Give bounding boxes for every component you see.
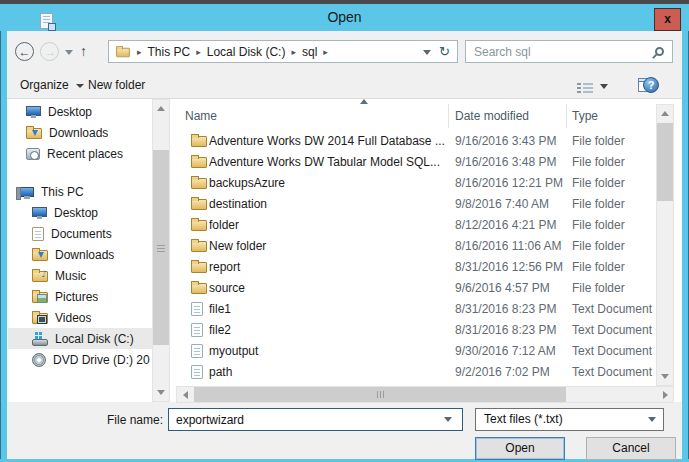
- file-row[interactable]: report 8/31/2016 12:56 PM File folder: [176, 256, 654, 277]
- documents-icon: [32, 227, 44, 241]
- views-dropdown-icon[interactable]: [600, 84, 608, 89]
- file-type-select[interactable]: Text files (*.txt): [475, 408, 664, 431]
- downloads-icon: [26, 128, 42, 139]
- breadcrumb-this-pc[interactable]: This PC: [148, 45, 191, 59]
- file-date-modified: 9/30/2016 7:12 AM: [451, 344, 568, 358]
- sidebar-item-label: Desktop: [54, 206, 98, 220]
- music-icon: [32, 271, 48, 282]
- file-row[interactable]: New folder 8/16/2016 11:06 AM File folde…: [176, 235, 654, 256]
- file-type: Text Document: [568, 302, 654, 316]
- this-pc-group: Desktop Documents Downloads Music Pictur…: [8, 202, 152, 370]
- sidebar-item[interactable]: Music: [8, 265, 152, 286]
- file-date-modified: 8/12/2016 4:21 PM: [451, 218, 568, 232]
- sidebar-item[interactable]: Downloads: [8, 244, 152, 265]
- file-row[interactable]: backupsAzure 8/16/2016 12:21 PM File fol…: [176, 172, 654, 193]
- file-list-horizontal-scrollbar[interactable]: [176, 386, 674, 403]
- organize-menu[interactable]: Organize: [20, 78, 84, 92]
- sidebar-item[interactable]: Documents: [8, 223, 152, 244]
- file-name: New folder: [209, 239, 451, 253]
- file-row[interactable]: path 9/2/2016 7:02 PM Text Document: [176, 361, 654, 382]
- export-wizard-icon: [40, 13, 53, 29]
- triangle-up-icon: [661, 111, 669, 116]
- file-type: File folder: [568, 260, 654, 274]
- recent-icon: [26, 148, 40, 160]
- folder-icon: [191, 262, 207, 273]
- pictures-icon: [32, 292, 48, 303]
- sidebar-item-this-pc[interactable]: This PC: [8, 181, 152, 202]
- sidebar-item[interactable]: DVD Drive (D:) 20: [8, 349, 152, 370]
- sidebar-item[interactable]: Videos: [8, 307, 152, 328]
- open-button[interactable]: Open: [475, 437, 565, 460]
- file-row[interactable]: destination 9/8/2016 7:40 AM File folder: [176, 193, 654, 214]
- file-row[interactable]: file2 8/31/2016 8:23 PM Text Document: [176, 319, 654, 340]
- desktop-icon: [26, 106, 41, 116]
- file-type: File folder: [568, 281, 654, 295]
- sidebar-item[interactable]: Recent places: [8, 143, 152, 164]
- chevron-down-icon: [76, 84, 84, 88]
- text-icon: [191, 302, 203, 316]
- scrollbar-thumb[interactable]: [153, 150, 169, 345]
- sidebar-item[interactable]: Pictures: [8, 286, 152, 307]
- breadcrumb-sql[interactable]: sql: [302, 45, 317, 59]
- forward-button[interactable]: ←: [40, 42, 59, 61]
- folder-icon: [191, 136, 207, 147]
- scroll-up-button[interactable]: [657, 105, 673, 122]
- search-input[interactable]: [474, 45, 655, 59]
- folder-icon: [191, 241, 207, 252]
- desktop-icon: [32, 207, 47, 217]
- cancel-button[interactable]: Cancel: [586, 437, 676, 460]
- breadcrumb-arrow-icon: ▸: [291, 47, 296, 57]
- file-name-input[interactable]: [168, 408, 463, 431]
- address-dropdown-icon[interactable]: [423, 50, 431, 55]
- file-date-modified: 9/6/2016 4:57 PM: [451, 281, 568, 295]
- sidebar-scrollbar[interactable]: [152, 99, 170, 402]
- refresh-icon[interactable]: ↻: [439, 44, 450, 59]
- file-row[interactable]: Adventure Works DW Tabular Model SQL... …: [176, 151, 654, 172]
- file-row[interactable]: source 9/6/2016 4:57 PM File folder: [176, 277, 654, 298]
- file-type: Text Document: [568, 344, 654, 358]
- close-button[interactable]: x: [654, 8, 681, 31]
- file-list-vertical-scrollbar[interactable]: [656, 104, 674, 386]
- breadcrumb-arrow-icon: ▸: [137, 47, 142, 57]
- scroll-left-button[interactable]: [177, 387, 193, 402]
- scroll-up-button[interactable]: [153, 100, 169, 117]
- column-header-name[interactable]: Name: [176, 104, 448, 128]
- title-bar[interactable]: Open x: [0, 4, 689, 31]
- scroll-right-button[interactable]: [657, 387, 673, 402]
- column-header-type[interactable]: Type: [572, 104, 652, 128]
- file-name-dropdown-icon[interactable]: [444, 417, 452, 422]
- search-box[interactable]: [465, 40, 673, 63]
- file-row[interactable]: file1 8/31/2016 8:23 PM Text Document: [176, 298, 654, 319]
- file-row[interactable]: myoutput 9/30/2016 7:12 AM Text Document: [176, 340, 654, 361]
- computer-icon: [20, 187, 34, 197]
- scrollbar-thumb[interactable]: [194, 387, 566, 402]
- file-name: file1: [209, 302, 451, 316]
- address-bar[interactable]: ▸ This PC ▸ Local Disk (C:) ▸ sql ▸ ↻: [108, 40, 458, 63]
- file-date-modified: 8/16/2016 11:06 AM: [451, 239, 568, 253]
- sidebar-item[interactable]: Downloads: [8, 122, 152, 143]
- column-header-date-modified[interactable]: Date modified: [455, 104, 563, 128]
- sidebar-item-label: DVD Drive (D:) 20: [53, 353, 150, 367]
- file-row[interactable]: folder 8/12/2016 4:21 PM File folder: [176, 214, 654, 235]
- up-one-level-button[interactable]: ↑: [80, 43, 87, 59]
- file-date-modified: 9/16/2016 3:48 PM: [451, 155, 568, 169]
- file-date-modified: 8/31/2016 12:56 PM: [451, 260, 568, 274]
- window-border-right: [682, 31, 689, 462]
- details-view-button[interactable]: [577, 82, 593, 94]
- window-border-left: [0, 31, 7, 462]
- scrollbar-thumb[interactable]: [657, 123, 673, 201]
- recent-locations-dropdown[interactable]: [65, 50, 73, 55]
- scroll-down-button[interactable]: [153, 384, 169, 401]
- help-button[interactable]: [643, 77, 659, 93]
- back-button[interactable]: ←: [15, 42, 34, 61]
- file-date-modified: 9/2/2016 7:02 PM: [451, 365, 568, 379]
- file-row[interactable]: Adventure Works DW 2014 Full Database ..…: [176, 130, 654, 151]
- scroll-down-button[interactable]: [657, 368, 673, 385]
- sidebar-item[interactable]: Local Disk (C:): [8, 328, 152, 349]
- disk-icon: [32, 339, 48, 346]
- breadcrumb-local-disk[interactable]: Local Disk (C:): [207, 45, 286, 59]
- sidebar-item[interactable]: Desktop: [8, 202, 152, 223]
- folder-icon: [191, 157, 207, 168]
- new-folder-button[interactable]: New folder: [88, 78, 145, 92]
- sidebar-item[interactable]: Desktop: [8, 101, 152, 122]
